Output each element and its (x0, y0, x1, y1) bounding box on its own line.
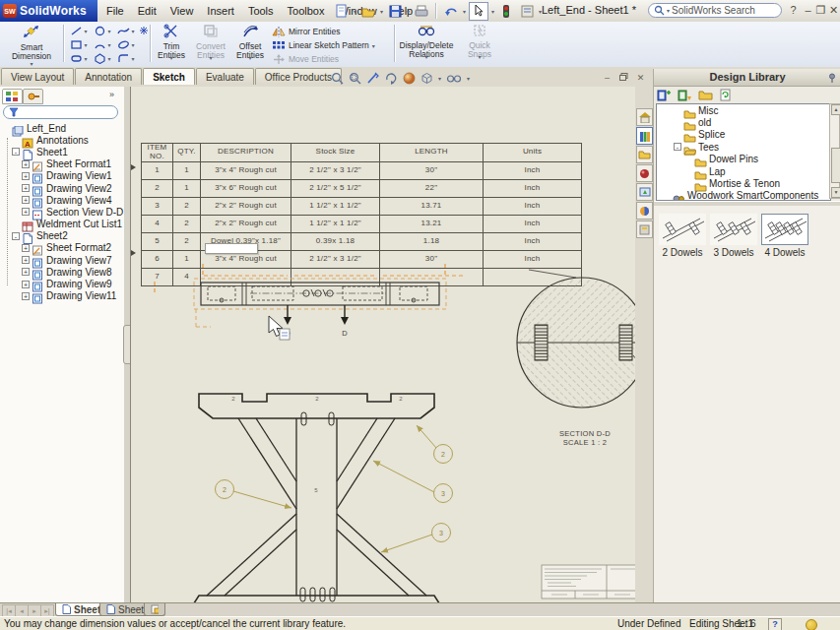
collapse-icon[interactable]: - (674, 143, 681, 151)
maximize-button[interactable]: ❐ (814, 4, 827, 17)
trim-entities-button[interactable]: Trim Entities ▾ (154, 24, 189, 61)
library-scrollbar[interactable]: ▲ ▼ (829, 103, 840, 199)
search-box[interactable]: ▾ SolidWorks Search (648, 3, 782, 18)
task-pane-tab-home-icon[interactable] (636, 108, 653, 126)
add-file-location-icon[interactable] (678, 89, 692, 101)
tree-item-drawing-view4[interactable]: +Drawing View4 (0, 194, 124, 206)
zoom-fit-icon[interactable] (331, 72, 344, 85)
library-folder-tees[interactable]: -Tees (657, 141, 830, 153)
task-pane-tab-search-tab-icon[interactable] (636, 164, 653, 182)
collapse-icon[interactable]: - (12, 232, 20, 240)
child-close-icon[interactable]: ✕ (634, 72, 647, 84)
hide-show-dropdown-icon[interactable]: ▾ (467, 75, 470, 82)
move-entities-button[interactable]: Move Entities (272, 52, 390, 66)
undo-dropdown-icon[interactable]: ▾ (463, 8, 466, 15)
tree-item-drawing-view7[interactable]: +Drawing View7 (0, 254, 124, 266)
scroll-up-icon[interactable]: ▲ (831, 104, 840, 115)
tree-item-sheet-format1[interactable]: +Sheet Format1 (0, 158, 124, 170)
refresh-icon[interactable] (719, 89, 732, 101)
tree-item-drawing-view1[interactable]: +Drawing View1 (0, 170, 124, 182)
display-delete-relations-button[interactable]: Display/Delete Relations ▾ (398, 24, 455, 60)
smart-dimension-button[interactable]: Smart Dimension ▾ (2, 24, 61, 67)
offset-entities-button[interactable]: Offset Entities ▾ (232, 24, 268, 61)
linear-sketch-pattern-button[interactable]: Linear Sketch Pattern ▾ (272, 38, 390, 52)
select-tool-icon[interactable] (469, 2, 488, 21)
tree-item-drawing-view2[interactable]: +Drawing View2 (0, 182, 124, 194)
library-folder-splice[interactable]: Splice (657, 129, 830, 141)
task-pane-tab-design-library-icon[interactable] (636, 127, 653, 145)
slot-tool-icon[interactable]: ▾ (67, 53, 91, 64)
polygon-tool-icon[interactable]: ▾ (91, 53, 114, 64)
arc-tool-icon[interactable]: ▾ (91, 39, 114, 50)
rotate-view-icon[interactable] (384, 72, 398, 85)
panel-chevron-icon[interactable]: » (109, 90, 114, 99)
rectangle-tool-icon[interactable]: ▾ (67, 39, 91, 50)
fillet-tool-icon[interactable]: ▾ (114, 53, 138, 64)
expand-icon[interactable]: + (22, 196, 30, 204)
ellipse-tool-icon[interactable]: ▾ (114, 39, 138, 50)
expand-icon[interactable]: + (22, 160, 30, 168)
tree-item-sheet1[interactable]: -Sheet1 (0, 146, 124, 158)
menu-view[interactable]: View (163, 3, 201, 19)
expand-icon[interactable]: + (22, 244, 30, 252)
library-item-4-dowels[interactable]: 4 Dowels (760, 214, 809, 258)
minimize-button[interactable]: – (802, 4, 814, 16)
selection-filter-icon[interactable] (497, 3, 515, 20)
save-icon[interactable] (386, 3, 404, 20)
scroll-down-icon[interactable]: ▼ (831, 187, 840, 198)
tab-evaluate[interactable]: Evaluate (196, 68, 254, 85)
smart-dimension-flyout-icon[interactable]: ▾ (30, 60, 32, 67)
new-dropdown-icon[interactable]: ▾ (354, 8, 356, 15)
expand-icon[interactable]: + (22, 281, 30, 288)
task-pane-tab-appearances-icon[interactable] (636, 202, 653, 220)
save-dropdown-icon[interactable]: ▾ (407, 8, 410, 15)
task-pane-tab-file-explorer-icon[interactable] (636, 146, 653, 163)
library-item-3-dowels[interactable]: 3 Dowels (709, 214, 758, 258)
circle-tool-icon[interactable]: ▾ (91, 26, 114, 36)
menu-edit[interactable]: Edit (131, 3, 163, 19)
section-view-d-d[interactable] (517, 270, 635, 408)
tree-item-drawing-view8[interactable]: +Drawing View8 (0, 266, 124, 278)
tab-sketch[interactable]: Sketch (143, 68, 195, 85)
collapse-icon[interactable]: - (12, 148, 20, 156)
relations-flyout-icon[interactable]: ▾ (424, 53, 427, 60)
tab-view-layout[interactable]: View Layout (1, 68, 74, 85)
offset-flyout-icon[interactable]: ▾ (248, 54, 251, 61)
library-item-2-dowels[interactable]: 2 Dowels (658, 214, 707, 258)
menu-tools[interactable]: Tools (241, 3, 281, 19)
library-folder-lap[interactable]: Lap (657, 165, 830, 177)
tree-item-sheet-format2[interactable]: +Sheet Format2 (0, 242, 124, 254)
task-pane-tab-view-palette-icon[interactable] (636, 183, 653, 201)
balloon-callouts[interactable] (216, 425, 453, 552)
tree-item-drawing-view11[interactable]: +Drawing View11 (0, 290, 124, 302)
hide-show-items-icon[interactable] (446, 73, 462, 84)
library-folder-mortise-tenon[interactable]: Mortise & Tenon (657, 177, 830, 189)
task-pane-tab-custom-properties-icon[interactable] (636, 220, 653, 238)
expand-icon[interactable]: + (22, 172, 30, 180)
zoom-area-icon[interactable] (349, 72, 361, 85)
convert-entities-button[interactable]: Convert Entities ▾ (191, 24, 230, 61)
tree-item-sheet2[interactable]: -Sheet2 (0, 230, 124, 242)
undo-icon[interactable] (442, 3, 460, 20)
point-tool-icon[interactable] (138, 26, 150, 35)
expand-icon[interactable]: + (22, 184, 30, 192)
close-button[interactable]: ✕ (827, 4, 840, 17)
search-dropdown-icon[interactable]: ▾ (667, 7, 670, 14)
child-restore-icon[interactable] (617, 72, 630, 84)
tab-office-products[interactable]: Office Products (255, 68, 342, 85)
tree-item-left-end[interactable]: Left_End (0, 122, 124, 134)
help-button[interactable]: ? (787, 4, 800, 16)
tree-item-weldment-cut-list1[interactable]: Weldment Cut List1 (0, 219, 124, 230)
trim-flyout-icon[interactable]: ▾ (169, 54, 172, 61)
library-folder-old[interactable]: old (657, 116, 830, 128)
property-manager-tab[interactable] (23, 89, 43, 104)
status-help-icon[interactable]: ? (768, 618, 782, 630)
child-minimize-icon[interactable]: – (601, 72, 614, 84)
line-tool-icon[interactable]: ▾ (67, 26, 91, 36)
beam-top-view[interactable] (201, 283, 439, 305)
expand-icon[interactable]: + (22, 256, 30, 264)
display-style-icon[interactable] (420, 72, 433, 85)
library-folder-misc[interactable]: Misc (657, 104, 830, 116)
open-icon[interactable] (359, 3, 377, 20)
mirror-entities-button[interactable]: Mirror Entities (272, 25, 390, 38)
